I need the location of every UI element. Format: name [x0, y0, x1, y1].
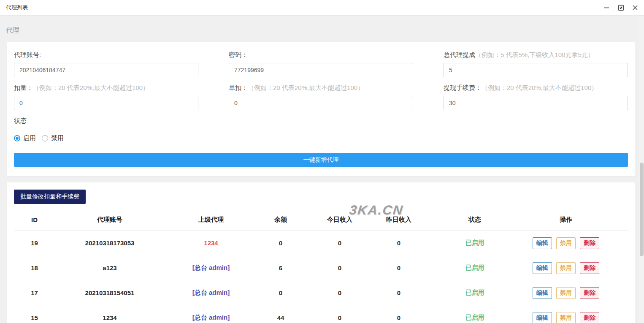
disable-button[interactable]: 禁用: [556, 237, 576, 249]
commission-label: 总代理提成: [444, 51, 475, 58]
batch-edit-button[interactable]: 批量修改扣量和手续费: [14, 190, 86, 204]
single-deduction-input[interactable]: [229, 96, 413, 110]
cell-parent: [总台 admin]: [165, 255, 257, 280]
scrollbar-track: [639, 16, 644, 323]
radio-disabled[interactable]: [42, 135, 48, 141]
agent-table: ID 代理账号 上级代理 余额 今日收入 昨日收入 状态 操作 19 20210…: [14, 209, 628, 323]
cell-balance: 0: [257, 231, 304, 255]
add-agent-button[interactable]: 一键新增代理: [14, 153, 628, 167]
cell-id: 18: [14, 255, 55, 280]
delete-button[interactable]: 删除: [580, 287, 599, 299]
single-deduction-label: 单扣：: [229, 84, 248, 91]
status-radio-group: 启用 禁用: [14, 134, 628, 142]
single-deduction-hint: （例如：20 代表20%,最大不能超过100）: [248, 84, 364, 91]
parent-link[interactable]: [总台 admin]: [192, 314, 230, 321]
agent-table-card: 批量修改扣量和手续费 3KA.CN ID 代理账号 上级代理 余额 今日收入 昨…: [7, 182, 635, 323]
cell-today-income: 0: [304, 255, 376, 280]
password-label: 密码：: [229, 51, 248, 58]
delete-button[interactable]: 删除: [580, 312, 599, 323]
status-badge: 已启用: [465, 289, 484, 296]
cell-parent: [总台 admin]: [165, 305, 257, 323]
status-label: 状态: [14, 117, 628, 125]
cell-id: 15: [14, 305, 55, 323]
cell-operations: 编辑 禁用 删除: [528, 255, 628, 280]
field-agent-account: 代理账号:: [14, 50, 198, 77]
edit-button[interactable]: 编辑: [533, 312, 552, 323]
window-controls: [603, 4, 639, 11]
agent-table-body: 19 20210318173053 1234 0 0 0 已启用 编辑 禁用 删…: [14, 231, 628, 323]
cell-status: 已启用: [422, 280, 528, 305]
cell-yesterday-income: 0: [376, 255, 422, 280]
header-parent: 上级代理: [165, 209, 257, 231]
agent-account-input[interactable]: [14, 63, 198, 77]
maximize-icon[interactable]: [617, 4, 625, 11]
radio-disabled-label[interactable]: 禁用: [51, 134, 64, 142]
cell-yesterday-income: 0: [376, 280, 422, 305]
status-badge: 已启用: [465, 239, 484, 246]
cell-today-income: 0: [304, 280, 376, 305]
cell-balance: 0: [257, 280, 304, 305]
cell-parent: [总台 admin]: [165, 280, 257, 305]
cell-parent: 1234: [165, 231, 257, 255]
scrollbar-thumb[interactable]: [640, 163, 644, 256]
cell-balance: 6: [257, 255, 304, 280]
radio-enabled-label[interactable]: 启用: [23, 134, 36, 142]
cell-balance: 44: [257, 305, 304, 323]
cell-today-income: 0: [304, 305, 376, 323]
delete-button[interactable]: 删除: [580, 237, 599, 249]
deduction-input[interactable]: [14, 96, 198, 110]
edit-button[interactable]: 编辑: [533, 287, 552, 299]
radio-enabled[interactable]: [14, 135, 20, 141]
cell-status: 已启用: [422, 231, 528, 255]
table-header-row: ID 代理账号 上级代理 余额 今日收入 昨日收入 状态 操作: [14, 209, 628, 231]
window-titlebar: 代理列表: [0, 0, 644, 16]
cell-operations: 编辑 禁用 删除: [528, 305, 628, 323]
field-commission: 总代理提成（例如：5 代表5%,下级收入100元拿5元）: [444, 50, 628, 77]
delete-button[interactable]: 删除: [580, 262, 599, 274]
disable-button[interactable]: 禁用: [556, 312, 576, 323]
cell-account: a123: [55, 255, 165, 280]
cell-yesterday-income: 0: [376, 231, 422, 255]
field-withdraw-fee: 提现手续费：（例如：20 代表20%,最大不能超过100）: [444, 83, 628, 110]
table-row: 15 1234 [总台 admin] 44 0 0 已启用 编辑 禁用 删除: [14, 305, 628, 323]
edit-button[interactable]: 编辑: [533, 237, 552, 249]
page-title: 代理: [6, 26, 19, 35]
cell-status: 已启用: [422, 255, 528, 280]
commission-hint: （例如：5 代表5%,下级收入100元拿5元）: [475, 51, 594, 58]
commission-input[interactable]: [444, 63, 628, 77]
password-input[interactable]: [229, 63, 413, 77]
cell-yesterday-income: 0: [376, 305, 422, 323]
field-single-deduction: 单扣：（例如：20 代表20%,最大不能超过100）: [229, 83, 413, 110]
parent-link[interactable]: [总台 admin]: [192, 289, 230, 296]
close-icon[interactable]: [631, 4, 639, 11]
header-today-income: 今日收入: [304, 209, 376, 231]
cell-id: 17: [14, 280, 55, 305]
status-block: 状态 启用 禁用: [14, 117, 628, 142]
withdraw-fee-hint: （例如：20 代表20%,最大不能超过100）: [482, 84, 598, 91]
parent-link[interactable]: 1234: [204, 239, 218, 247]
header-yesterday-income: 昨日收入: [376, 209, 422, 231]
field-password: 密码：: [229, 50, 413, 77]
status-badge: 已启用: [465, 314, 484, 321]
withdraw-fee-input[interactable]: [444, 96, 628, 110]
disable-button[interactable]: 禁用: [556, 262, 576, 274]
agent-account-label: 代理账号:: [14, 51, 41, 58]
deduction-hint: （例如：20 代表20%,最大不能超过100）: [33, 84, 149, 91]
withdraw-fee-label: 提现手续费：: [444, 84, 482, 91]
cell-today-income: 0: [304, 231, 376, 255]
minimize-icon[interactable]: [603, 4, 610, 11]
agent-form-grid: 代理账号: 密码： 总代理提成（例如：5 代表5%,下级收入100元拿5元） 扣…: [14, 50, 628, 110]
edit-button[interactable]: 编辑: [533, 262, 552, 274]
table-row: 17 20210318154051 [总台 admin] 0 0 0 已启用 编…: [14, 280, 628, 305]
table-row: 18 a123 [总台 admin] 6 0 0 已启用 编辑 禁用 删除: [14, 255, 628, 280]
cell-account: 1234: [55, 305, 165, 323]
header-id: ID: [14, 209, 55, 231]
cell-operations: 编辑 禁用 删除: [528, 231, 628, 255]
parent-link[interactable]: [总台 admin]: [192, 264, 230, 271]
deduction-label: 扣量：: [14, 84, 33, 91]
disable-button[interactable]: 禁用: [556, 287, 576, 299]
header-account: 代理账号: [55, 209, 165, 231]
cell-account: 20210318173053: [55, 231, 165, 255]
field-deduction: 扣量：（例如：20 代表20%,最大不能超过100）: [14, 83, 198, 110]
cell-operations: 编辑 禁用 删除: [528, 280, 628, 305]
